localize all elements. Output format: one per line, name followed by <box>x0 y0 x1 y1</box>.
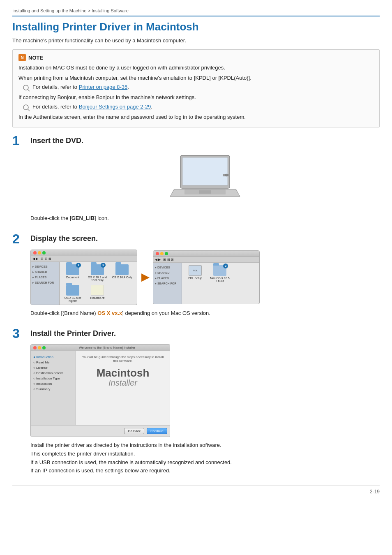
step-3-body-4: If an IP connection is used, the setting… <box>30 467 380 475</box>
finder-item-osx104: OS X 10.4 Only <box>111 264 133 279</box>
step-1-caption: Double-click the [GEN_LIB] icon. <box>30 214 380 222</box>
intro-text: The machine's printer functionality can … <box>12 37 380 44</box>
laptop-illustration <box>30 151 380 210</box>
step-2-title: Display the screen. <box>30 234 98 243</box>
installer-subtext: You will be guided through the steps nec… <box>80 355 166 363</box>
page-footer: 2-19 <box>12 485 380 495</box>
ref2-text: For details, refer to Bonjour Settings o… <box>32 104 152 110</box>
step-3-number: 3 <box>12 327 25 340</box>
note-line-1: Installation on MAC OS must be done by a… <box>18 64 374 72</box>
finder-window-2: ◀ ▶ ⊞ ⊟ ⊠ ▸ DEVICES ▸ SHARED ▸ PLACES ▸ … <box>153 250 260 304</box>
finder-item-pdlsetup: PDL PDL Setup <box>184 265 206 280</box>
finder-window-1: ◀ ▶ ⊞ ⊟ ⊠ ▸ DEVICES ▸ SHARED ▸ PLACES ▸ … <box>30 250 137 305</box>
svg-point-2 <box>23 105 28 110</box>
ref2-link[interactable]: Bonjour Settings on page 2-29 <box>79 104 151 110</box>
note-icon: N <box>18 54 26 61</box>
page-title: Installing Printer Driver in Macintosh <box>12 21 380 33</box>
finder-sidebar-2: ▸ DEVICES ▸ SHARED ▸ PLACES ▸ SEARCH FOR <box>153 263 182 304</box>
step-2: 2 Display the screen. ◀ ▶ ⊞ ⊟ ⊠ ▸ DEVICE… <box>12 232 380 317</box>
step-3-title: Install the Printer Driver. <box>30 329 116 338</box>
step-3-body-2: This completes the printer driver instal… <box>30 450 380 458</box>
installer-screenshot: Welcome to the [Brand Name] Installer ● … <box>30 344 170 437</box>
svg-line-3 <box>28 109 30 111</box>
go-back-button[interactable]: Go Back <box>124 428 144 434</box>
note-box: N NOTE Installation on MAC OS must be do… <box>12 49 380 127</box>
ref1-text: For details, refer to Printer on page 8-… <box>32 84 129 90</box>
arrow-right: ▶ <box>141 271 149 283</box>
svg-line-1 <box>28 90 30 91</box>
finder-item-readme: Readme.rtf <box>87 285 108 299</box>
bonjour-line: If connecting by Bonjour, enable Bonjour… <box>18 93 374 102</box>
svg-point-0 <box>23 85 28 90</box>
step-2-caption: Double-click [(Brand Name) OS X vx.x] de… <box>30 309 380 317</box>
continue-button[interactable]: Continue <box>147 428 167 434</box>
installer-logo-line2: Installer <box>97 378 150 388</box>
installer-sidebar: ● Introduction ○ Read Me ○ License ○ Des… <box>31 351 76 425</box>
step-1-title: Insert the DVD. <box>30 136 83 145</box>
step-3-body-3: If a USB connection is used, the machine… <box>30 458 380 467</box>
step-3: 3 Install the Printer Driver. Welcome to… <box>12 327 380 475</box>
search-icon-2 <box>23 104 30 111</box>
finder-item-osx103: 1 OS X 10.2 and 10.3 Only <box>87 264 108 282</box>
step-1-number: 1 <box>12 134 25 147</box>
step-1: 1 Insert the DVD. Double-click th <box>12 134 380 222</box>
search-icon <box>23 84 30 92</box>
step-3-body-1: Install the printer driver as directed b… <box>30 441 380 450</box>
finder-item-document: 1 Document <box>62 264 83 279</box>
finder-item-macos: 2 Mac OS X 10.5 + build <box>209 265 231 282</box>
svg-rect-5 <box>182 157 228 185</box>
svg-point-9 <box>225 174 228 176</box>
ref1-link[interactable]: Printer on page 8-35 <box>79 84 128 90</box>
finder-sidebar-1: ▸ DEVICES ▸ SHARED ▸ PLACES ▸ SEARCH FOR <box>31 262 60 305</box>
svg-rect-8 <box>199 190 211 194</box>
installer-logo-line1: Macintosh <box>97 368 150 378</box>
note-line-2: When printing from a Macintosh computer,… <box>18 74 374 82</box>
note-label: NOTE <box>28 55 43 61</box>
step-2-number: 2 <box>12 232 25 245</box>
finder-item-osx105: OS X 10.5 or higher <box>62 285 83 302</box>
breadcrumb: Installing and Setting up the Machine > … <box>12 8 380 16</box>
auth-line: In the Authenticate screen, enter the na… <box>18 113 374 121</box>
